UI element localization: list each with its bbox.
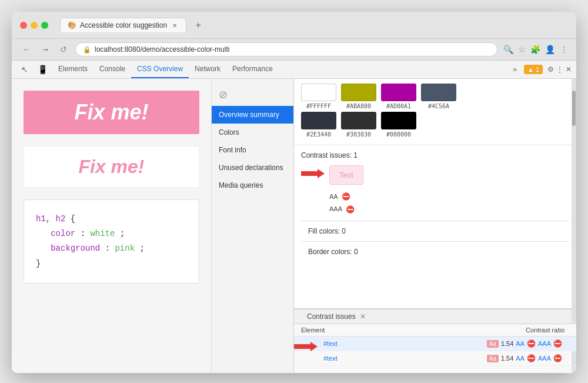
- bottom-red-arrow-icon: [294, 341, 318, 352]
- devtools-mobile-tool[interactable]: 📱: [33, 61, 52, 78]
- bottom-panel: Contrast issues ✕ Element: [294, 308, 576, 373]
- table-row[interactable]: #text Aa 1.54 AA ⛔ AAA ⛔: [294, 351, 576, 366]
- main-content: Fix me! Fix me! h1, h2 { color : white ;: [12, 79, 576, 373]
- sidebar-item-media-queries[interactable]: Media queries: [212, 176, 293, 194]
- colors-section: #FFFFFF #ABA800 #AD00A1 #4C56A: [294, 79, 576, 145]
- aaa-fail-icon-1: ⛔: [553, 339, 562, 348]
- css-overview-sidebar: ⊘ Overview summary Colors Font info Unus…: [212, 79, 294, 373]
- contrast-ratings: AA ⛔ AAA ⛔: [329, 191, 363, 216]
- swatch-box: [381, 112, 416, 129]
- tab-favicon: 🎨: [68, 21, 76, 29]
- minimize-button[interactable]: [31, 22, 38, 29]
- aa-badge-1: Aa: [487, 340, 499, 348]
- light-swatches-row: #FFFFFF #ABA800 #AD00A1 #4C56A: [301, 84, 569, 109]
- sidebar-item-font-info[interactable]: Font info: [212, 141, 293, 159]
- tab-console[interactable]: Console: [93, 61, 131, 78]
- devtools-more-button[interactable]: »: [508, 63, 522, 76]
- code-block: h1, h2 { color : white ; background : pi…: [24, 199, 199, 284]
- forward-button[interactable]: →: [39, 44, 52, 55]
- code-line-1: h1, h2 {: [36, 212, 187, 227]
- svg-marker-0: [301, 169, 325, 178]
- swatch-ad00a1[interactable]: #AD00A1: [381, 84, 416, 109]
- border-colors-section: Border colors: 0: [301, 241, 569, 262]
- contrast-preview-area: Text AA ⛔ AAA ⛔: [301, 165, 569, 216]
- fill-colors-section: Fill colors: 0: [301, 221, 569, 241]
- aa-badge-2: Aa: [487, 355, 499, 362]
- code-line-4: }: [36, 257, 187, 271]
- devtools-menu-icon[interactable]: ⋮: [556, 65, 563, 74]
- devtools-action-buttons: ⚙ ⋮ ✕: [547, 65, 572, 74]
- settings-icon[interactable]: ⚙: [547, 65, 554, 74]
- bottom-arrow-container: [294, 341, 318, 352]
- devtools-cursor-tool[interactable]: ↖: [16, 61, 33, 78]
- devtools-close-icon[interactable]: ✕: [566, 65, 572, 74]
- scrollbar-thumb: [572, 91, 576, 126]
- tab-css-overview[interactable]: CSS Overview: [131, 61, 189, 78]
- swatch-label: #FFFFFF: [306, 103, 331, 109]
- aa-label: AA: [329, 191, 338, 203]
- sidebar-item-colors[interactable]: Colors: [212, 124, 293, 141]
- address-bar-icons: 🔍 ☆ 🧩 👤 ⋮: [503, 45, 568, 54]
- lock-icon: 🔒: [83, 46, 91, 54]
- maximize-button[interactable]: [41, 22, 48, 29]
- swatch-000000[interactable]: #000000: [381, 112, 416, 138]
- ratio-value-2: 1.54: [501, 355, 513, 362]
- bottom-panel-tab-bar: Contrast issues ✕: [294, 309, 576, 324]
- bookmark-icon[interactable]: ☆: [518, 45, 526, 54]
- back-button[interactable]: ←: [20, 44, 33, 55]
- new-tab-button[interactable]: +: [191, 18, 205, 32]
- contrast-issues-tab[interactable]: Contrast issues ✕: [301, 309, 372, 324]
- contrast-issues-table: Element Contrast ratio #text Aa 1.54: [294, 324, 576, 366]
- contrast-issues-tab-close[interactable]: ✕: [360, 312, 366, 321]
- tab-close-button[interactable]: ✕: [171, 21, 179, 29]
- fix-me-pink-block: Fix me!: [24, 91, 199, 134]
- sidebar-item-unused-declarations[interactable]: Unused declarations: [212, 159, 293, 176]
- fix-me-pink-text: Fix me!: [74, 100, 148, 124]
- swatch-label: #AD00A1: [386, 103, 411, 109]
- arrow-container: [301, 168, 325, 179]
- aa-label-2: AA: [516, 355, 524, 362]
- fill-colors-text: Fill colors: 0: [308, 227, 562, 235]
- swatch-label: #ABA800: [346, 103, 371, 109]
- code-line-2: color : white ;: [36, 227, 187, 241]
- aaa-label-1: AAA: [538, 340, 551, 347]
- browser-tab[interactable]: 🎨 Accessible color suggestion ✕: [60, 18, 186, 32]
- extensions-icon[interactable]: 🧩: [530, 45, 540, 54]
- swatch-aba800[interactable]: #ABA800: [341, 84, 376, 109]
- swatch-label: #2E3440: [306, 131, 331, 138]
- url-bar[interactable]: 🔒 localhost:8080/demo/accessible-color-m…: [75, 42, 497, 56]
- swatch-4c56a[interactable]: #4C56A: [421, 84, 456, 109]
- tab-area: 🎨 Accessible color suggestion ✕ +: [60, 18, 568, 32]
- sidebar-blocked-icon: ⊘: [212, 84, 293, 106]
- aaa-rating-row: AAA ⛔: [329, 204, 363, 217]
- dark-swatches-row: #2E3440 #303030 #000000: [301, 112, 569, 138]
- close-button[interactable]: [20, 22, 27, 29]
- aaa-no-icon: ⛔: [346, 204, 355, 217]
- address-bar: ← → ↺ 🔒 localhost:8080/demo/accessible-c…: [12, 39, 576, 61]
- tab-performance[interactable]: Performance: [226, 61, 279, 78]
- tab-network[interactable]: Network: [189, 61, 226, 78]
- tab-elements[interactable]: Elements: [52, 61, 93, 78]
- contrast-ratio-column-header: Contrast ratio: [391, 324, 576, 337]
- swatch-ffffff[interactable]: #FFFFFF: [301, 84, 336, 109]
- devtools-warning-badge: ▲ 1: [524, 65, 543, 74]
- swatch-box: [381, 84, 416, 101]
- contrast-section: Contrast issues: 1 Text AA ⛔: [294, 145, 576, 308]
- profile-icon[interactable]: 👤: [545, 45, 555, 54]
- table-row[interactable]: #text Aa 1.54 AA ⛔ AAA ⛔: [294, 337, 576, 351]
- ratio-cell-2: Aa 1.54 AA ⛔ AAA ⛔: [391, 351, 576, 366]
- sidebar-item-overview[interactable]: Overview summary: [212, 106, 293, 124]
- search-icon[interactable]: 🔍: [503, 45, 513, 54]
- aa-label-1: AA: [516, 340, 524, 347]
- swatch-2e3440[interactable]: #2E3440: [301, 112, 336, 138]
- aaa-label: AAA: [329, 204, 342, 215]
- aa-rating-row: AA ⛔: [329, 191, 363, 204]
- reload-button[interactable]: ↺: [58, 44, 69, 55]
- url-text: localhost:8080/demo/accessible-color-mul…: [95, 45, 229, 54]
- menu-icon[interactable]: ⋮: [560, 45, 568, 54]
- contrast-preview-block: Text AA ⛔ AAA ⛔: [329, 165, 363, 216]
- ratio-cell-1: Aa 1.54 AA ⛔ AAA ⛔: [391, 337, 576, 351]
- swatch-303030[interactable]: #303030: [341, 112, 376, 138]
- fix-me-white-text: Fix me!: [78, 156, 144, 177]
- aa-no-icon: ⛔: [342, 191, 350, 204]
